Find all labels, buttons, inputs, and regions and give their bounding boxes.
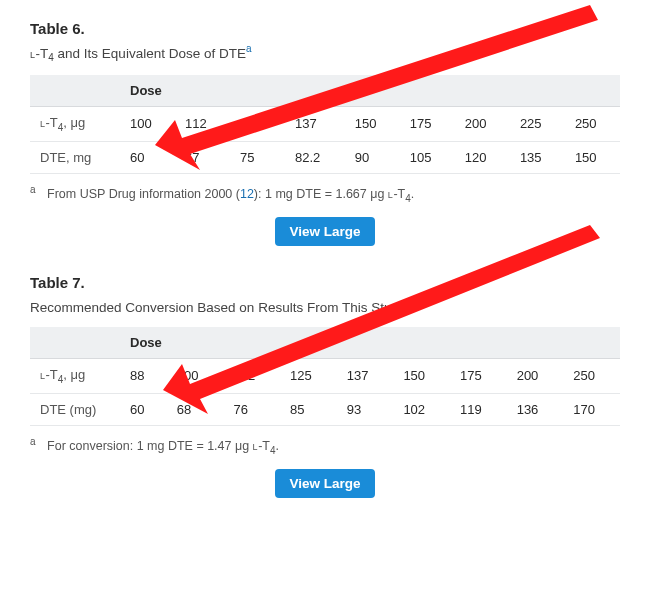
table-6-block: Table 6. L-T4 and Its Equivalent Dose of… (30, 20, 620, 246)
table-7-dose-header: Dose (120, 327, 620, 359)
table-7: Dose L-T4, μg 88 100 112 125 137 150 175… (30, 327, 620, 426)
table-7-blank-header (30, 327, 120, 359)
table-6-caption: L-T4 and Its Equivalent Dose of DTEa (30, 43, 620, 63)
table-6-dose-header: Dose (120, 75, 620, 107)
table-7-block: Table 7. Recommended Conversion Based on… (30, 274, 620, 498)
row-label: DTE, mg (30, 141, 120, 173)
view-large-button[interactable]: View Large (275, 217, 374, 246)
table-6: Dose L-T4, μg 100 112 125 137 150 175 20… (30, 75, 620, 174)
row-label: DTE (mg) (30, 393, 120, 425)
ref-link-12[interactable]: 12 (240, 187, 254, 201)
table-row: DTE (mg) 60 68 76 85 93 102 119 136 170 (30, 393, 620, 425)
table-row: L-T4, μg 88 100 112 125 137 150 175 200 … (30, 358, 620, 393)
row-label: L-T4, μg (30, 358, 120, 393)
table-7-title: Table 7. (30, 274, 620, 291)
view-large-button[interactable]: View Large (275, 469, 374, 498)
table-6-blank-header (30, 75, 120, 107)
footnote-ref-a[interactable]: a (246, 43, 252, 54)
footnote-ref-a[interactable]: a (406, 297, 412, 308)
table-7-caption: Recommended Conversion Based on Results … (30, 297, 620, 315)
table-row: DTE, mg 60 67 75 82.2 90 105 120 135 150 (30, 141, 620, 173)
table-6-title: Table 6. (30, 20, 620, 37)
row-label: L-T4, μg (30, 107, 120, 142)
table-7-footnote: a For conversion: 1 mg DTE = 1.47 μg L-T… (30, 436, 620, 456)
table-row: L-T4, μg 100 112 125 137 150 175 200 225… (30, 107, 620, 142)
table-6-footnote: a From USP Drug information 2000 (12): 1… (30, 184, 620, 204)
